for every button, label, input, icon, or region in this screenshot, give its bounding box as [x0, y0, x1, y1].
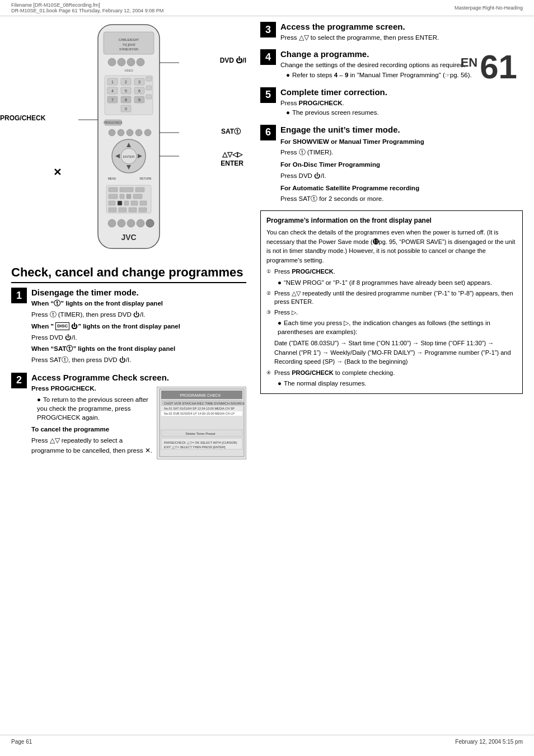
- step4-heading: Change a programme.: [280, 49, 472, 59]
- svg-point-71: [146, 219, 154, 227]
- svg-rect-17: [146, 77, 152, 81]
- info-box: Programme’s information on the front dis…: [260, 210, 523, 394]
- svg-rect-64: [119, 208, 127, 212]
- step3-action: Press △▽ to select the programme, then p…: [280, 33, 439, 43]
- step6-block: 6 Engage the unit’s timer mode. For SHOW…: [260, 125, 523, 204]
- info-step1-num: ①: [266, 267, 274, 276]
- info-step3: ③ Press ▷.: [266, 308, 517, 317]
- step5-bullets: The previous screen resumes.: [280, 108, 387, 117]
- svg-rect-60: [124, 201, 129, 205]
- prog-check-screen: PROGRAMME CHECK CHST VCR STA/CHA REC TIM…: [157, 387, 246, 459]
- dvd-label: DVD ⏻/I: [220, 57, 246, 64]
- remote-svg: CABLE/ESAT TV[ ]DVD STAND-BY/ON VIDEO 1 …: [67, 22, 190, 257]
- svg-rect-53: [135, 187, 144, 192]
- svg-rect-31: [146, 95, 152, 99]
- step3-area: 3 Access the programme screen. Press △▽ …: [260, 22, 523, 43]
- left-column: CABLE/ESAT TV[ ]DVD STAND-BY/ON VIDEO 1 …: [11, 22, 246, 465]
- svg-text:No.01  SAT  01/01/04  SP  12:3: No.01 SAT 01/01/04 SP 12:34-13:00 MEDIA …: [164, 407, 235, 410]
- svg-text:ENTER: ENTER: [123, 155, 135, 158]
- step6-area: 6 Engage the unit’s timer mode. For SHOW…: [260, 125, 523, 204]
- x-mark: ✕: [53, 166, 62, 179]
- svg-rect-58: [109, 201, 115, 205]
- step6-content: Engage the unit’s timer mode. For SHOWVI…: [280, 125, 424, 204]
- svg-point-70: [137, 219, 144, 227]
- info-sequence: Date (“DATE 08.03SU”) → Start time (“ON …: [274, 339, 517, 367]
- info-step3-text: Press ▷.: [274, 308, 517, 317]
- step5-bullet1: The previous screen resumes.: [286, 108, 387, 117]
- svg-rect-0: [98, 25, 160, 248]
- info-step4-num: ④: [266, 369, 274, 377]
- info-box-title: Programme’s information on the front dis…: [266, 215, 517, 226]
- step3-block: 3 Access the programme screen. Press △▽ …: [260, 22, 523, 43]
- info-step2-text: Press △▽ repeatedly until the desired pr…: [274, 289, 517, 307]
- info-bullets-1: “NEW PROG” or “P-1” (if 8 programmes hav…: [266, 278, 517, 287]
- step3-heading: Access the programme screen.: [280, 22, 439, 31]
- showview-action: Press ⓣ (TIMER).: [280, 148, 424, 157]
- ondisc-action: Press DVD ⏻/I.: [280, 171, 424, 181]
- svg-rect-61: [131, 201, 138, 205]
- svg-point-69: [127, 219, 135, 227]
- svg-text:STAND-BY/ON: STAND-BY/ON: [119, 48, 138, 51]
- step5-number: 5: [260, 87, 276, 103]
- svg-text:7: 7: [111, 98, 114, 102]
- info-step1-text: Press PROG/CHECK.: [274, 267, 517, 276]
- info-step2: ② Press △▽ repeatedly until the desired …: [266, 289, 517, 307]
- enter-label: △▽◁▷ENTER: [221, 151, 243, 168]
- sat-recording-label: For Automatic Satellite Programme record…: [280, 184, 424, 193]
- info-box-intro: You can check the details of the program…: [266, 228, 517, 265]
- svg-text:5: 5: [125, 89, 127, 93]
- step4-bullets: Refer to steps 4 – 9 in "Manual Timer Pr…: [280, 71, 472, 79]
- right-column: 3 Access the programme screen. Press △▽ …: [252, 22, 523, 465]
- step4-bullet1: Refer to steps 4 – 9 in "Manual Timer Pr…: [286, 71, 472, 79]
- page-footer: Page 61 February 12, 2004 5:15 pm: [0, 735, 534, 745]
- svg-text:PROGRAMME CHECK: PROGRAMME CHECK: [180, 393, 221, 397]
- when3-label: When “SATⓣ” lights on the front display …: [31, 344, 180, 354]
- info-step4-text: Press PROG/CHECK to complete checking.: [274, 369, 517, 377]
- svg-point-38: [127, 129, 133, 136]
- svg-text:MENU: MENU: [108, 177, 116, 180]
- when3-action: Press SATⓣ, then press DVD ⏻/I.: [31, 355, 180, 365]
- info-bullet2: Each time you press ▷, the indication ch…: [278, 318, 517, 336]
- svg-rect-24: [146, 86, 152, 90]
- ondisc-label: For On-Disc Timer Programming: [280, 160, 424, 170]
- info-bullets-3: The normal display resumes.: [266, 379, 517, 388]
- svg-point-39: [135, 129, 142, 136]
- info-step1: ① Press PROG/CHECK.: [266, 267, 517, 276]
- sat-recording-action: Press SATⓣ for 2 seconds or more.: [280, 194, 424, 204]
- step5-content: Complete timer correction. Press PROG/CH…: [280, 87, 387, 118]
- step1-block: 1 Disengage the timer mode. When “ⓣ” lig…: [11, 288, 246, 367]
- svg-rect-63: [109, 208, 116, 212]
- step1-body: When “ⓣ” lights on the front display pan…: [31, 299, 180, 365]
- svg-text:CHST  VCR  STA/CHA  REC  TIME : CHST VCR STA/CHA REC TIME DVSM/CH SOURCE…: [164, 402, 245, 405]
- svg-text:8: 8: [125, 98, 127, 102]
- step2-bullet1: To return to the previous screen after y…: [37, 395, 152, 422]
- info-bullet1: “NEW PROG” or “P-1” (if 8 programmes hav…: [278, 278, 517, 287]
- page-header: Filename [DR-M10SE_08Recording.fm] DR-M1…: [0, 0, 534, 16]
- remote-control-area: CABLE/ESAT TV[ ]DVD STAND-BY/ON VIDEO 1 …: [50, 22, 207, 257]
- svg-point-68: [118, 219, 125, 227]
- svg-rect-59: [118, 201, 122, 205]
- svg-text:Delete Timer Preset: Delete Timer Preset: [185, 432, 215, 435]
- svg-text:PROG/CHECK: PROG/CHECK: [104, 121, 123, 124]
- book-info-line: DR-M10SE_01.book Page 61 Thursday, Febru…: [11, 8, 163, 13]
- svg-text:VIDEO: VIDEO: [124, 69, 133, 72]
- svg-text:EXIT          △▽= SELECT  THEN: EXIT △▽= SELECT THEN PRESS [ENTER]: [164, 445, 226, 449]
- when1-action: Press ⓣ (TIMER), then press DVD ⏻/I.: [31, 310, 180, 320]
- step5-body: Press PROG/CHECK. The previous screen re…: [280, 98, 387, 117]
- info-bullet3: The normal display resumes.: [278, 379, 517, 388]
- prog-check-label: PROG/CHECK: [0, 114, 45, 122]
- svg-rect-65: [129, 208, 137, 212]
- step2-text: Press PROG/CHECK. To return to the previ…: [31, 384, 152, 459]
- svg-text:2: 2: [125, 80, 127, 84]
- step2-cancel: Press △▽ repeatedly to select a programm…: [31, 436, 152, 456]
- step1-heading: Disengage the timer mode.: [31, 288, 180, 297]
- svg-point-37: [118, 129, 124, 136]
- svg-rect-55: [120, 194, 124, 199]
- svg-text:0: 0: [125, 107, 127, 111]
- info-step4: ④ Press PROG/CHECK to complete checking.: [266, 369, 517, 377]
- header-left: Filename [DR-M10SE_08Recording.fm] DR-M1…: [11, 2, 163, 13]
- sat-label: SATⓣ: [221, 127, 241, 137]
- step2-heading: Access Programme Check screen.: [31, 373, 246, 382]
- step5-area: 5 Complete timer correction. Press PROG/…: [260, 87, 523, 118]
- svg-text:No.02  DVB  02/02/04  LP  14:0: No.02 DVB 02/02/04 LP 14:00-15:00 MEDIA …: [164, 412, 235, 415]
